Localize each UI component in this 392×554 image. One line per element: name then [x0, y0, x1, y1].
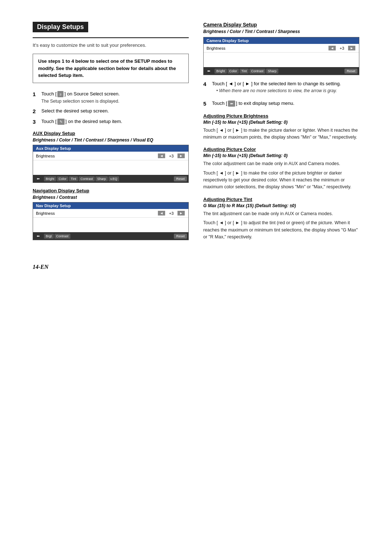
step-4-text: Touch [ ◄ ] or [ ► ] for the selected it…: [212, 81, 341, 86]
camera-tint-btn[interactable]: Tint: [240, 69, 249, 74]
aux-brightness-value: +3: [166, 154, 177, 158]
right-column: Camera Display Setup Brightness / Color …: [203, 22, 359, 243]
step-1-sub: The Setup selection screen is displayed.: [41, 98, 189, 104]
nav-mockup-title: Nav Display Setup: [33, 202, 188, 209]
camera-color-btn[interactable]: Color: [228, 69, 239, 74]
aux-tint-btn[interactable]: Tint: [69, 176, 78, 181]
adjusting-tint-section: Adjusting Picture Tint G Max (15) to R M…: [203, 197, 359, 241]
nav-heading: Navigation Display Setup: [33, 188, 189, 193]
camera-left-arrow[interactable]: ◄: [328, 46, 336, 50]
brightness-italic: Min (-15) to Max (+15) (Default Setting:…: [203, 120, 359, 125]
brightness-body: Touch [ ◄ ] or [ ► ] to make the picture…: [203, 127, 359, 141]
nav-footer: ⬅ Brgt Contrast Reset: [33, 232, 188, 240]
aux-bright-btn[interactable]: Bright: [44, 176, 56, 181]
camera-bright-btn[interactable]: Bright: [215, 69, 227, 74]
adjusting-color-section: Adjusting Picture Color Min (-15) to Max…: [203, 147, 359, 191]
step-5: 5 Touch [⬅] to exit display setup menu.: [203, 100, 359, 107]
camera-brightness-row: Brightness ◄ +3 ►: [204, 44, 359, 53]
aux-right-arrow[interactable]: ►: [177, 153, 185, 158]
aux-veq-btn[interactable]: v.EQ: [109, 176, 119, 181]
step-2-text: Select the desired setup screen.: [41, 107, 189, 115]
camera-mockup-title: Camera Display Setup: [204, 37, 359, 44]
camera-mockup: Camera Display Setup Brightness ◄ +3 ► ⬅…: [203, 37, 359, 75]
nav-mockup: Nav Display Setup Brightness ◄ +3 ► ⬅ Br…: [33, 202, 189, 240]
camera-brightness-label: Brightness: [207, 46, 328, 50]
color-italic: Min (-15) to Max (+15) (Default Setting:…: [203, 153, 359, 158]
nav-brightness-value: +3: [166, 211, 177, 216]
camera-right-arrow[interactable]: ►: [348, 46, 355, 50]
nav-brightness-row: Brightness ◄ +3 ►: [33, 209, 188, 218]
source-select-btn[interactable]: ≥: [57, 91, 64, 97]
camera-sharp-btn[interactable]: Sharp: [266, 69, 278, 74]
color-body2: Touch [ ◄ ] or [ ► ] to make the color o…: [203, 170, 359, 191]
tint-body2: Touch [ ◄ ] or [ ► ] to adjust the tint …: [203, 219, 359, 241]
nav-left-arrow[interactable]: ◄: [158, 211, 165, 216]
aux-left-arrow[interactable]: ◄: [158, 153, 165, 158]
aux-mockup-title: Aux Display Setup: [33, 145, 188, 152]
aux-display-setup: AUX Display Setup Brightness / Color / T…: [33, 131, 189, 183]
tint-body1: The tint adjustment can be made only in …: [203, 210, 359, 217]
camera-display-setup: Camera Display Setup Brightness / Color …: [203, 22, 359, 75]
nav-reset-btn[interactable]: Reset: [174, 234, 187, 239]
color-body1: The color adjustment can be made only in…: [203, 160, 359, 167]
camera-footer: ⬅ Bright Color Tint Contrast Sharp Reset: [204, 67, 359, 75]
nav-display-setup: Navigation Display Setup Brightness / Co…: [33, 188, 189, 240]
edit-btn[interactable]: ✎: [57, 119, 65, 125]
camera-contrast-btn[interactable]: Contrast: [249, 69, 265, 74]
nav-brightness-label: Brightness: [36, 211, 157, 216]
exit-btn[interactable]: ⬅: [228, 100, 235, 107]
step-4: 4 Touch [ ◄ ] or [ ► ] for the selected …: [203, 80, 359, 97]
aux-contrast-btn[interactable]: Contrast: [79, 176, 95, 181]
aux-italic: Brightness / Color / Tint / Contrast / S…: [33, 138, 189, 143]
aux-sharp-btn[interactable]: Sharp: [95, 176, 108, 181]
intro-text: It's easy to customize the unit to suit …: [33, 42, 189, 48]
info-box-text: Use steps 1 to 4 below to select one of …: [38, 58, 176, 78]
camera-brightness-value: +3: [336, 46, 347, 50]
nav-contrast-btn[interactable]: Contrast: [54, 234, 70, 239]
camera-reset-btn[interactable]: Reset: [344, 69, 358, 74]
color-heading: Adjusting Picture Color: [203, 147, 359, 152]
nav-brgt-btn[interactable]: Brgt: [44, 234, 54, 239]
step-4-bullet: When there are no more selections to vie…: [212, 87, 359, 94]
aux-brightness-label: Brightness: [36, 154, 157, 158]
camera-back-btn[interactable]: ⬅: [205, 68, 212, 74]
aux-brightness-row: Brightness ◄ +3 ►: [33, 152, 188, 160]
adjusting-brightness-section: Adjusting Picture Brightness Min (-15) t…: [203, 113, 359, 141]
step-2: 2 Select the desired setup screen.: [33, 107, 189, 115]
camera-heading: Camera Display Setup: [203, 22, 359, 28]
nav-back-btn[interactable]: ⬅: [34, 233, 42, 239]
tint-italic: G Max (15) to R Max (15) (Default Settin…: [203, 203, 359, 208]
camera-italic: Brightness / Color / Tint / Contrast / S…: [203, 29, 359, 34]
brightness-heading: Adjusting Picture Brightness: [203, 113, 359, 119]
aux-footer: ⬅ Bright Color Tint Contrast Sharp v.EQ …: [33, 175, 188, 182]
aux-heading: AUX Display Setup: [33, 131, 189, 136]
page-number: 14-EN: [33, 260, 359, 271]
nav-right-arrow[interactable]: ►: [177, 211, 185, 216]
aux-reset-btn[interactable]: Reset: [174, 176, 187, 181]
tint-heading: Adjusting Picture Tint: [203, 197, 359, 202]
step-1: 1 Touch [≥] on Source Select screen. The…: [33, 90, 189, 105]
section-title: Display Setups: [33, 22, 189, 38]
info-box: Use steps 1 to 4 below to select one of …: [33, 54, 189, 83]
aux-color-btn[interactable]: Color: [57, 176, 69, 181]
aux-mockup: Aux Display Setup Brightness ◄ +3 ► ⬅ Br…: [33, 145, 189, 183]
aux-back-btn[interactable]: ⬅: [34, 176, 42, 181]
step-3: 3 Touch [✎] on the desired setup item.: [33, 118, 189, 126]
nav-italic: Brightness / Contrast: [33, 195, 189, 200]
left-column: Display Setups It's easy to customize th…: [33, 22, 189, 245]
